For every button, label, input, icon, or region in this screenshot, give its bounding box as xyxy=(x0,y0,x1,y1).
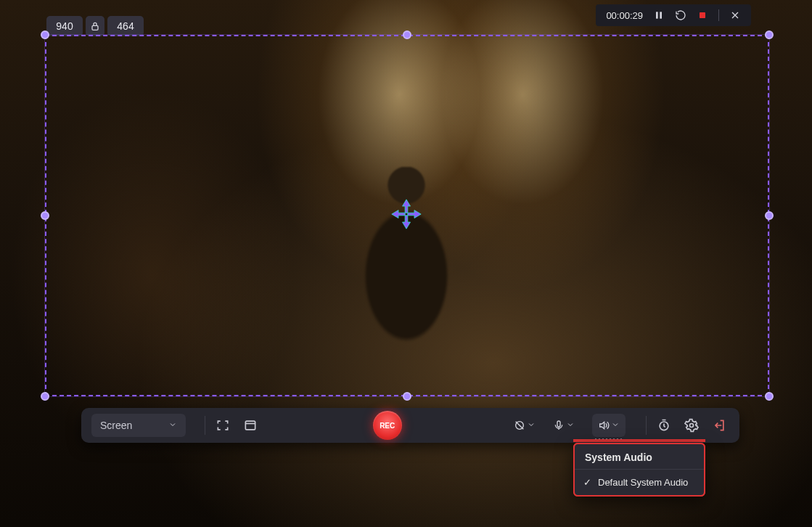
resize-handle-e[interactable] xyxy=(765,211,774,220)
svg-marker-7 xyxy=(408,211,421,218)
system-audio-menu-title: System Audio xyxy=(575,444,704,470)
close-button[interactable] xyxy=(729,9,741,21)
svg-rect-3 xyxy=(700,12,705,18)
separator xyxy=(205,416,205,435)
source-label: Screen xyxy=(100,420,132,431)
lock-icon xyxy=(89,20,101,32)
svg-rect-1 xyxy=(656,12,658,18)
separator xyxy=(718,9,719,21)
highlight-annotation xyxy=(573,439,705,442)
record-button[interactable]: REC xyxy=(373,411,402,440)
resize-handle-n[interactable] xyxy=(403,30,411,39)
microphone-toggle[interactable] xyxy=(553,420,576,431)
chevron-down-icon xyxy=(566,420,576,431)
svg-rect-0 xyxy=(92,25,98,30)
chevron-down-icon xyxy=(527,420,537,431)
recording-status-bar: 00:00:29 xyxy=(596,4,751,26)
resize-handle-nw[interactable] xyxy=(41,30,49,39)
stop-button[interactable] xyxy=(697,9,708,21)
webcam-toggle[interactable] xyxy=(514,420,537,431)
resize-handle-sw[interactable] xyxy=(41,392,49,401)
window-button[interactable] xyxy=(240,415,261,436)
svg-rect-8 xyxy=(246,421,255,430)
webcam-off-icon xyxy=(514,420,525,431)
speaker-icon xyxy=(598,420,610,431)
resize-handle-w[interactable] xyxy=(41,211,49,220)
system-audio-menu: System Audio ✓ Default System Audio xyxy=(573,443,705,497)
separator xyxy=(646,416,647,435)
svg-marker-5 xyxy=(403,216,411,229)
control-bar: Screen REC xyxy=(81,408,739,443)
svg-marker-6 xyxy=(392,211,405,218)
restart-button[interactable] xyxy=(675,9,686,21)
chevron-down-icon xyxy=(168,420,177,431)
system-audio-toggle[interactable] xyxy=(592,414,626,437)
checkmark-icon: ✓ xyxy=(583,477,592,488)
resize-handle-ne[interactable] xyxy=(765,30,774,39)
exit-button[interactable] xyxy=(709,415,729,436)
svg-rect-2 xyxy=(660,12,662,18)
svg-marker-4 xyxy=(403,200,411,213)
resize-handle-s[interactable] xyxy=(403,392,411,401)
capture-height-field[interactable]: 464 xyxy=(107,16,144,36)
system-audio-option-default[interactable]: ✓ Default System Audio xyxy=(575,470,704,495)
svg-rect-10 xyxy=(557,421,560,427)
lock-aspect-button[interactable] xyxy=(86,16,104,36)
capture-width-field[interactable]: 940 xyxy=(46,16,83,36)
resize-handle-se[interactable] xyxy=(765,392,774,401)
fullscreen-button[interactable] xyxy=(213,415,233,436)
pause-button[interactable] xyxy=(653,9,665,21)
system-audio-option-label: Default System Audio xyxy=(598,477,688,488)
source-dropdown[interactable]: Screen xyxy=(91,414,186,437)
record-label: REC xyxy=(380,422,395,430)
microphone-icon xyxy=(553,420,565,431)
recording-timer: 00:00:29 xyxy=(606,10,643,21)
chevron-down-icon xyxy=(611,420,620,431)
move-region-handle[interactable] xyxy=(390,198,422,230)
schedule-button[interactable] xyxy=(654,415,674,436)
svg-point-12 xyxy=(690,424,694,428)
settings-button[interactable] xyxy=(681,415,702,436)
